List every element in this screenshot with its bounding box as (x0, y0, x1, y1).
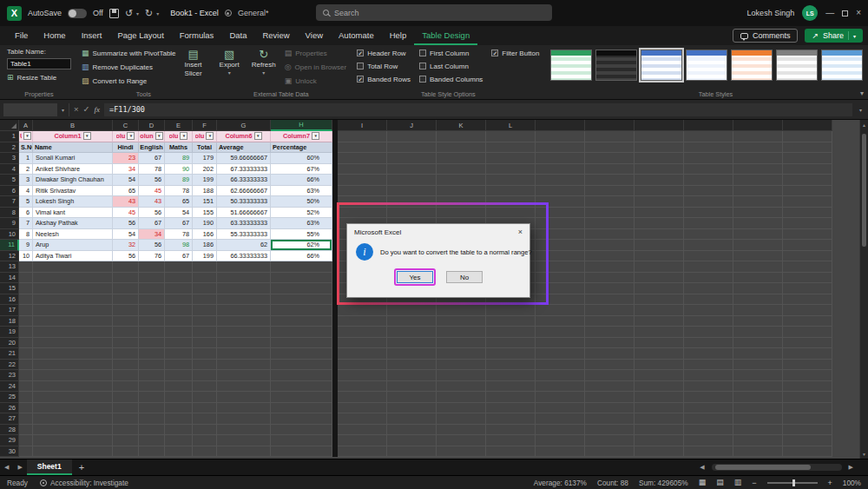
cell-B17[interactable] (33, 305, 113, 316)
cell-A8[interactable]: 6 (19, 208, 33, 219)
cell-empty[interactable] (635, 425, 684, 436)
cell-empty[interactable] (437, 338, 486, 349)
cell-empty[interactable] (733, 283, 783, 294)
cell-empty[interactable] (585, 273, 635, 284)
cell-B1[interactable]: Column1▼ (33, 131, 113, 142)
page-layout-view-icon[interactable]: ▤ (716, 479, 724, 486)
row-header-17[interactable]: 17 (0, 305, 19, 316)
hscroll-left-icon[interactable]: ◀ (695, 464, 708, 471)
cell-C25[interactable] (113, 392, 139, 403)
cell-empty[interactable] (387, 186, 437, 197)
cell-E21[interactable] (165, 348, 193, 360)
redo-caret-icon[interactable]: ▾ (156, 10, 159, 17)
cell-empty[interactable] (733, 142, 783, 154)
cell-D18[interactable] (139, 316, 165, 327)
cell-empty[interactable] (733, 294, 783, 306)
hscroll-right-icon[interactable]: ▶ (845, 464, 858, 471)
cell-D22[interactable] (139, 360, 165, 371)
horizontal-scrollbar[interactable] (712, 464, 842, 471)
cell-A21[interactable] (19, 348, 33, 360)
cell-B7[interactable]: Lokesh Singh (33, 196, 113, 208)
cell-empty[interactable] (585, 229, 635, 241)
cell-empty[interactable] (536, 164, 585, 175)
refresh-button[interactable]: ↻ Refresh ▾ (248, 48, 279, 76)
cell-empty[interactable] (733, 446, 783, 458)
cell-B9[interactable]: Akshay Pathak (33, 218, 113, 229)
cell-H30[interactable] (271, 446, 332, 458)
cell-E24[interactable] (165, 381, 193, 393)
zoom-slider[interactable] (767, 482, 818, 484)
col-header-C[interactable]: C (113, 120, 139, 131)
cell-D9[interactable]: 67 (139, 218, 165, 229)
col-header-F[interactable]: F (193, 120, 217, 131)
cell-empty[interactable] (684, 240, 733, 251)
cell-empty[interactable] (635, 196, 684, 208)
cell-empty[interactable] (733, 240, 783, 251)
redo-icon[interactable]: ↻ (145, 9, 153, 18)
cell-empty[interactable] (585, 392, 635, 403)
cell-empty[interactable] (338, 360, 387, 371)
cell-empty[interactable] (635, 327, 684, 338)
cell-B30[interactable] (33, 446, 113, 458)
cell-empty[interactable] (387, 370, 437, 381)
filter-button-A[interactable]: ▼ (23, 132, 31, 140)
cell-empty[interactable] (635, 175, 684, 186)
cell-G17[interactable] (217, 305, 271, 316)
cell-C26[interactable] (113, 403, 139, 414)
cell-empty[interactable] (437, 370, 486, 381)
ribbon-tab-automate[interactable]: Automate (331, 26, 382, 45)
cell-empty[interactable] (536, 370, 585, 381)
cell-empty[interactable] (536, 305, 585, 316)
cell-F14[interactable] (193, 273, 217, 284)
cell-C18[interactable] (113, 316, 139, 327)
cell-empty[interactable] (486, 370, 536, 381)
cell-B3[interactable]: Sonali Kumari (33, 153, 113, 164)
cell-D25[interactable] (139, 392, 165, 403)
cell-empty[interactable] (486, 413, 536, 425)
cell-empty[interactable] (536, 392, 585, 403)
cell-E9[interactable]: 67 (165, 218, 193, 229)
enter-icon[interactable]: ✓ (83, 105, 90, 114)
cell-G1[interactable]: Column6▼ (217, 131, 271, 142)
cell-empty[interactable] (338, 435, 387, 446)
cell-D30[interactable] (139, 446, 165, 458)
cell-A10[interactable]: 8 (19, 229, 33, 241)
cell-empty[interactable] (585, 425, 635, 436)
cell-H21[interactable] (271, 348, 332, 360)
cell-empty[interactable] (733, 381, 783, 393)
zoom-slider-thumb[interactable] (792, 479, 795, 486)
cell-empty[interactable] (684, 327, 733, 338)
zoom-level[interactable]: 100% (843, 479, 861, 487)
cell-empty[interactable] (585, 316, 635, 327)
cell-F15[interactable] (193, 283, 217, 294)
cell-empty[interactable] (733, 273, 783, 284)
cell-E30[interactable] (165, 446, 193, 458)
cell-empty[interactable] (635, 403, 684, 414)
row-header-26[interactable]: 26 (0, 403, 19, 414)
cell-E18[interactable] (165, 316, 193, 327)
cell-empty[interactable] (733, 229, 783, 241)
cell-empty[interactable] (536, 186, 585, 197)
row-header-13[interactable]: 13 (0, 261, 19, 273)
cell-empty[interactable] (684, 283, 733, 294)
cell-A27[interactable] (19, 413, 33, 425)
cell-C30[interactable] (113, 446, 139, 458)
normal-view-icon[interactable]: ▦ (699, 479, 707, 486)
cell-E17[interactable] (165, 305, 193, 316)
cell-H8[interactable]: 52% (271, 208, 332, 219)
cell-empty[interactable] (486, 435, 536, 446)
cell-empty[interactable] (635, 153, 684, 164)
cell-F19[interactable] (193, 327, 217, 338)
cell-F17[interactable] (193, 305, 217, 316)
filter-button-B[interactable]: ▼ (83, 132, 91, 140)
cell-empty[interactable] (783, 348, 832, 360)
cell-A1[interactable]: UD▼ (19, 131, 33, 142)
cell-empty[interactable] (536, 327, 585, 338)
cell-empty[interactable] (437, 305, 486, 316)
cell-empty[interactable] (783, 175, 832, 186)
cell-empty[interactable] (635, 186, 684, 197)
cell-C28[interactable] (113, 425, 139, 436)
cell-empty[interactable] (536, 153, 585, 164)
cell-C29[interactable] (113, 435, 139, 446)
cell-empty[interactable] (387, 338, 437, 349)
